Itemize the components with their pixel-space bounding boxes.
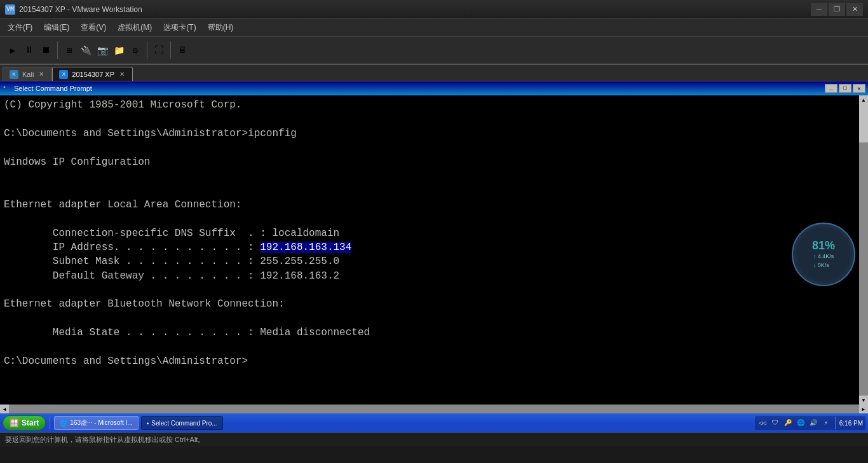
cmd-hscrollbar[interactable]: ◀ ▶	[0, 404, 868, 413]
tray-power-icon[interactable]: ⚡	[821, 418, 831, 428]
xp-clock: 6:16 PM	[839, 420, 863, 427]
vmware-menubar: 文件(F) 编辑(E) 查看(V) 虚拟机(M) 选项卡(T) 帮助(H)	[0, 19, 868, 37]
vmware-tabbar: K Kali ✕ X 20154307 XP ✕	[0, 65, 868, 81]
menu-vm[interactable]: 虚拟机(M)	[112, 20, 157, 36]
cmd-title-text: Select Command Prompt	[14, 85, 92, 92]
tab-xp[interactable]: X 20154307 XP ✕	[52, 67, 133, 81]
hscroll-right[interactable]: ▶	[859, 404, 868, 413]
toolbar-separator-2	[147, 41, 147, 59]
minimize-button[interactable]: ─	[811, 3, 827, 16]
titlebar-controls: ─ ❐ ✕	[811, 3, 863, 16]
settings-icon[interactable]: ⚙	[128, 43, 143, 58]
snapshot-icon[interactable]: 📷	[95, 43, 110, 58]
download-speed: ↓ 0K/s	[813, 261, 834, 270]
taskbar-ms-label: 163虚··· - Microsoft I...	[70, 418, 132, 427]
close-button[interactable]: ✕	[846, 3, 863, 16]
menu-tabs[interactable]: 选项卡(T)	[158, 20, 201, 36]
cmd-scrollbar[interactable]: ▲ ▼	[859, 95, 868, 404]
folder-icon[interactable]: 📁	[111, 43, 126, 58]
menu-view[interactable]: 查看(V)	[76, 20, 111, 36]
power-on-icon[interactable]: ▶	[5, 43, 20, 58]
network-monitor: 81% ↑ 4.4K/s ↓ 0K/s	[792, 223, 855, 286]
taskbar-btn-cmd[interactable]: ▪ Select Command Pro...	[141, 416, 223, 430]
download-value: 0K/s	[818, 262, 829, 268]
taskbar-cmd-icon: ▪	[147, 420, 149, 427]
kali-tab-label: Kali	[22, 71, 34, 78]
tray-shield-icon[interactable]: 🛡	[770, 418, 780, 428]
menu-help[interactable]: 帮助(H)	[203, 20, 239, 36]
menu-file[interactable]: 文件(F)	[3, 20, 37, 36]
tray-key-icon[interactable]: 🔑	[783, 418, 793, 428]
xp-start-button[interactable]: 🪟 Start	[3, 415, 46, 431]
cmd-max-btn[interactable]: □	[839, 84, 851, 93]
tray-volume-icon[interactable]: 🔊	[808, 418, 818, 428]
upload-value: 4.4K/s	[818, 253, 834, 259]
stop-icon[interactable]: ⏹	[38, 43, 53, 58]
scrollbar-up[interactable]: ▲	[859, 95, 868, 104]
cmd-title-left: ▪ Select Command Prompt	[3, 84, 92, 93]
toolbar-separator-3	[170, 41, 171, 59]
scrollbar-thumb[interactable]	[859, 104, 868, 142]
xp-tab-icon: X	[59, 70, 68, 79]
taskbar-ms-icon: 🌐	[60, 420, 67, 427]
network-stats: ↑ 4.4K/s ↓ 0K/s	[813, 252, 834, 270]
tray-sep	[835, 417, 836, 429]
display-icon[interactable]: 🖥	[175, 43, 190, 58]
vmware-toolbar: ▶ ⏸ ⏹ ⊞ 🔌 📷 📁 ⚙ ⛶ 🖥	[0, 37, 868, 65]
vm-statusbar: 要返回到您的计算机，请将鼠标指针从虚拟机移出或按 Ctrl+Alt。	[0, 432, 868, 446]
xp-tab-close[interactable]: ✕	[118, 71, 126, 78]
titlebar-left: VM 20154307 XP - VMware Workstation	[5, 4, 142, 15]
taskbar-sep-1	[50, 417, 50, 429]
taskbar-cmd-label: Select Command Pro...	[151, 420, 217, 427]
cmd-output: (C) Copyright 1985-2001 Microsoft Corp. …	[4, 98, 864, 368]
pause-icon[interactable]: ⏸	[22, 43, 37, 58]
restore-button[interactable]: ❐	[829, 3, 845, 16]
cmd-controls: _ □ ✕	[825, 84, 865, 93]
upload-speed: ↑ 4.4K/s	[813, 252, 834, 261]
copyright-line: (C) Copyright 1985-2001 Microsoft Corp. …	[4, 99, 370, 367]
cmd-icon: ▪	[3, 84, 11, 93]
cmd-titlebar: ▪ Select Command Prompt _ □ ✕	[0, 81, 868, 95]
up-arrow: ↑	[813, 253, 817, 259]
scrollbar-track[interactable]	[859, 104, 868, 396]
vm-hint-text: 要返回到您的计算机，请将鼠标指针从虚拟机移出或按 Ctrl+Alt。	[5, 435, 205, 445]
network-percent: 81%	[812, 239, 835, 252]
menu-edit[interactable]: 编辑(E)	[39, 20, 74, 36]
kali-tab-close[interactable]: ✕	[37, 71, 45, 78]
hscroll-track[interactable]	[9, 404, 859, 413]
cmd-restore-btn[interactable]: _	[825, 84, 837, 93]
down-arrow: ↓	[813, 262, 817, 268]
kali-tab-icon: K	[10, 70, 18, 79]
ip-address-value: 192.168.163.134	[260, 242, 351, 253]
fullscreen-icon[interactable]: ⛶	[151, 43, 166, 58]
tray-nav-left[interactable]: ◁◁	[757, 418, 768, 428]
network-icon[interactable]: ⊞	[62, 43, 77, 58]
start-label: Start	[22, 418, 39, 427]
toolbar-separator-1	[57, 41, 58, 59]
tray-network-icon[interactable]: 🌐	[796, 418, 806, 428]
hscroll-left[interactable]: ◀	[0, 404, 9, 413]
xp-tray: ◁◁ 🛡 🔑 🌐 🔊 ⚡ 6:16 PM	[755, 416, 865, 430]
xp-taskbar: 🪟 Start 🌐 163虚··· - Microsoft I... ▪ Sel…	[0, 413, 868, 432]
scrollbar-down[interactable]: ▼	[859, 396, 868, 404]
vmware-title: 20154307 XP - VMware Workstation	[19, 5, 142, 14]
start-icon: 🪟	[10, 418, 19, 427]
toolbar-icons: ▶ ⏸ ⏹ ⊞ 🔌 📷 📁 ⚙ ⛶ 🖥	[5, 41, 190, 59]
xp-tab-label: 20154307 XP	[72, 71, 114, 78]
vmware-icon: VM	[5, 4, 15, 15]
tab-kali[interactable]: K Kali ✕	[3, 67, 52, 81]
taskbar-btn-ms[interactable]: 🌐 163虚··· - Microsoft I...	[54, 416, 138, 430]
cmd-content: (C) Copyright 1985-2001 Microsoft Corp. …	[0, 95, 868, 404]
vmware-titlebar: VM 20154307 XP - VMware Workstation ─ ❐ …	[0, 0, 868, 19]
usb-icon[interactable]: 🔌	[78, 43, 93, 58]
cmd-close-btn[interactable]: ✕	[853, 84, 865, 93]
